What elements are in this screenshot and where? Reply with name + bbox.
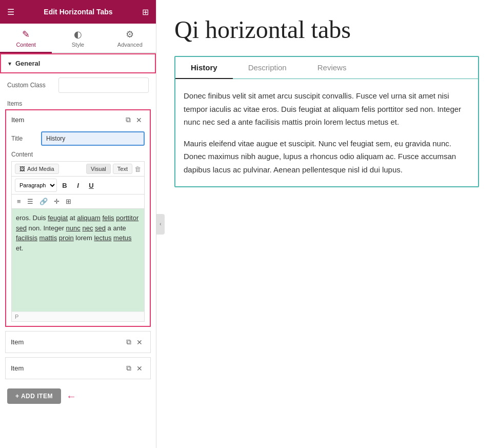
page-title: Qi horizontal tabs	[174, 15, 479, 44]
title-input[interactable]	[41, 131, 145, 146]
h-tab-history[interactable]: History	[175, 57, 233, 79]
table-button[interactable]: ⊞	[64, 197, 73, 206]
bold-button[interactable]: B	[59, 181, 70, 190]
collapsed-item-1-label: Item	[11, 338, 124, 346]
tab-paragraph-1: Donec finibus velit sit amet arcu suscip…	[184, 89, 470, 129]
expanded-item-label: Item	[11, 116, 123, 124]
tab-advanced[interactable]: ⚙ Advanced	[104, 24, 156, 53]
align-center-button[interactable]: ☰	[25, 197, 35, 206]
collapsed-item-1-header[interactable]: Item ⧉ ✕	[6, 332, 150, 353]
delete-item-button[interactable]: ✕	[133, 115, 145, 125]
visual-tab-button[interactable]: Visual	[86, 164, 111, 174]
advanced-tab-icon: ⚙	[126, 29, 134, 40]
custom-class-label: Custom Class	[7, 82, 53, 89]
more-options-button[interactable]: ✛	[52, 197, 62, 206]
advanced-tab-label: Advanced	[117, 42, 143, 48]
link-button[interactable]: 🔗	[37, 197, 50, 206]
left-panel: ☰ Edit Horizontal Tabs ⊞ ✎ Content ◐ Sty…	[0, 0, 156, 448]
chevron-down-icon: ▾	[8, 60, 11, 67]
arrow-right-icon: ←	[66, 391, 76, 402]
content-tab-icon: ✎	[22, 29, 30, 40]
add-media-button[interactable]: 🖼 Add Media	[15, 164, 59, 174]
underline-button[interactable]: U	[86, 181, 97, 190]
items-label: Items	[0, 97, 156, 109]
duplicate-item-button[interactable]: ⧉	[123, 114, 133, 125]
trash-button[interactable]: 🗑	[134, 165, 141, 173]
tab-style[interactable]: ◐ Style	[52, 24, 104, 53]
collapsed-item-2: Item ⧉ ✕	[5, 357, 151, 379]
add-item-button[interactable]: + ADD ITEM	[7, 388, 61, 404]
title-field-label: Title	[11, 135, 37, 142]
editor-content-area[interactable]: eros. Duis feugiat at aliquam felis port…	[12, 209, 144, 311]
general-section-header[interactable]: ▾ General	[0, 53, 156, 73]
editor-text: eros. Duis feugiat at aliquam felis port…	[16, 213, 140, 253]
editor-top-toolbar: 🖼 Add Media Visual Text 🗑	[12, 162, 144, 177]
right-panel: ‹ Qi horizontal tabs History Description…	[156, 0, 497, 448]
media-icon: 🖼	[19, 166, 25, 172]
collapsed-item-2-header[interactable]: Item ⧉ ✕	[6, 358, 150, 379]
collapsed-item-2-label: Item	[11, 364, 124, 372]
style-tab-icon: ◐	[74, 29, 82, 40]
general-label: General	[15, 60, 40, 67]
grid-icon[interactable]: ⊞	[142, 7, 149, 17]
text-tab-button[interactable]: Text	[113, 164, 132, 174]
align-left-button[interactable]: ≡	[15, 197, 23, 206]
format-toolbar: Paragraph B I U	[12, 177, 144, 194]
h-tab-reviews[interactable]: Reviews	[302, 57, 362, 79]
h-tab-description[interactable]: Description	[233, 57, 302, 79]
panel-body: ▾ General Custom Class Items Item ⧉ ✕ Ti…	[0, 53, 156, 448]
collapsed-item-1: Item ⧉ ✕	[5, 331, 151, 353]
italic-button[interactable]: I	[72, 181, 84, 190]
tab-content[interactable]: ✎ Content	[0, 24, 52, 53]
delete-collapsed-2-button[interactable]: ✕	[134, 363, 145, 374]
add-item-row: + ADD ITEM ←	[0, 383, 156, 409]
content-field-label: Content	[6, 150, 150, 161]
delete-collapsed-1-button[interactable]: ✕	[134, 337, 145, 347]
content-tab-label: Content	[16, 42, 36, 48]
top-bar: ☰ Edit Horizontal Tabs ⊞	[0, 0, 156, 24]
panel-title: Edit Horizontal Tabs	[44, 8, 112, 16]
editor-container: 🖼 Add Media Visual Text 🗑 Paragraph B I …	[11, 161, 145, 322]
collapse-handle[interactable]: ‹	[156, 214, 165, 235]
style-tab-label: Style	[72, 42, 84, 48]
tab-paragraph-2: Mauris eleifend vitae augue et suscipit.…	[184, 137, 470, 177]
extra-toolbar: ≡ ☰ 🔗 ✛ ⊞	[12, 194, 144, 209]
custom-class-input[interactable]	[58, 77, 149, 93]
horizontal-tabs-widget: History Description Reviews Donec finibu…	[174, 56, 479, 187]
custom-class-row: Custom Class	[0, 73, 156, 97]
paragraph-select[interactable]: Paragraph	[15, 179, 57, 192]
panel-tabs: ✎ Content ◐ Style ⚙ Advanced	[0, 24, 156, 53]
h-tab-content-area: Donec finibus velit sit amet arcu suscip…	[175, 79, 478, 186]
editor-footer: P	[12, 311, 144, 321]
duplicate-collapsed-1-button[interactable]: ⧉	[124, 337, 134, 347]
h-tabs-nav: History Description Reviews	[175, 57, 478, 79]
expanded-item: Item ⧉ ✕ Title Content 🖼 Add Media	[5, 109, 151, 327]
duplicate-collapsed-2-button[interactable]: ⧉	[124, 363, 134, 374]
title-row: Title	[6, 129, 150, 150]
hamburger-icon[interactable]: ☰	[7, 7, 14, 17]
expanded-item-header[interactable]: Item ⧉ ✕	[6, 110, 150, 129]
